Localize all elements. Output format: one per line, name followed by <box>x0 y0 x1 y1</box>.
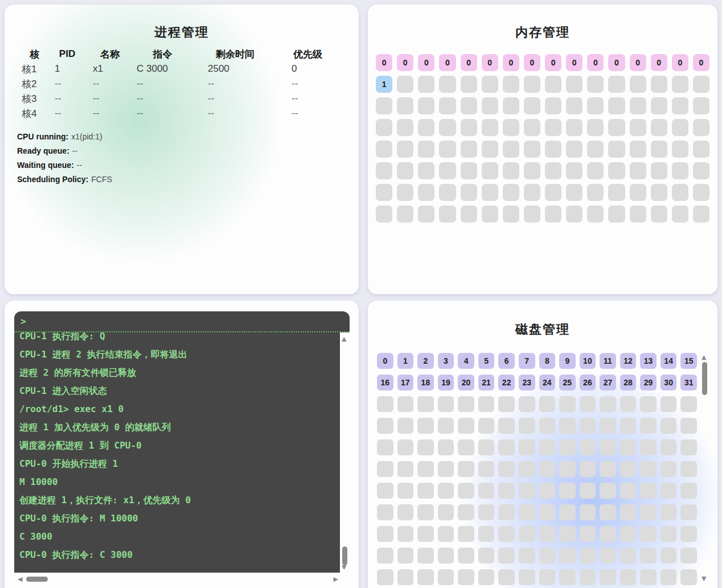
memory-frame-108 <box>630 205 646 223</box>
disk-free-cell <box>438 548 454 564</box>
disk-free-cell <box>580 483 596 499</box>
memory-page-cell-1: 0 <box>397 54 413 71</box>
memory-frame-48 <box>376 141 392 158</box>
memory-page-cell-9: 0 <box>566 54 582 71</box>
disk-free-cell <box>620 461 637 477</box>
process-table-cell: 0 <box>278 61 338 76</box>
disk-free-cell <box>438 483 454 499</box>
disk-free-cell <box>580 504 596 520</box>
disk-free-cell <box>600 439 616 455</box>
disk-free-cell <box>458 439 474 455</box>
memory-page-cell-13: 0 <box>651 54 667 71</box>
disk-free-cell <box>600 483 616 499</box>
memory-grid: 00000000000000001 <box>376 54 709 223</box>
process-table-cell: -- <box>47 106 87 121</box>
scroll-right-icon[interactable]: ▶ <box>334 576 338 582</box>
memory-frame-19 <box>439 97 456 114</box>
disk-block-5: 5 <box>478 353 495 369</box>
process-table: 核PID名称指令剩余时间优先级 核11x1C 300025000核2------… <box>22 47 338 121</box>
memory-frame-86 <box>503 184 519 201</box>
memory-frame-57 <box>566 141 582 158</box>
disk-free-cell <box>438 418 454 434</box>
disk-block-17: 17 <box>397 375 414 390</box>
memory-frame-85 <box>482 184 498 201</box>
disk-free-cell <box>498 548 515 564</box>
memory-frame-54 <box>503 141 519 158</box>
disk-block-18: 18 <box>417 375 434 390</box>
disk-block-27: 27 <box>600 375 616 390</box>
memory-frame-91 <box>608 184 625 201</box>
memory-frame-51 <box>439 141 456 158</box>
process-table-cell: -- <box>278 76 338 91</box>
scroll-down-icon[interactable]: ▼ <box>342 564 346 570</box>
disk-free-cell <box>397 483 414 499</box>
disk-free-cell <box>620 548 637 564</box>
terminal-input[interactable]: > <box>14 311 350 332</box>
memory-frame-58 <box>587 141 604 158</box>
disk-free-cell <box>478 526 495 542</box>
disk-free-cell <box>600 461 616 477</box>
terminal-line: CPU-0 执行指令: C 3000 <box>19 546 340 564</box>
disk-free-cell <box>600 418 616 434</box>
disk-free-cell <box>680 461 697 477</box>
disk-block-21: 21 <box>478 375 495 390</box>
disk-free-cell <box>478 569 495 585</box>
memory-frame-94 <box>672 184 688 201</box>
disk-block-19: 19 <box>438 375 454 390</box>
memory-frame-2 <box>418 76 434 93</box>
disk-vertical-scrollbar[interactable]: ▲ ▼ <box>700 353 709 582</box>
disk-free-cell <box>600 548 616 564</box>
scroll-up-icon[interactable]: ▲ <box>342 336 346 342</box>
disk-free-cell <box>580 396 596 412</box>
process-table-cell: 1 <box>47 61 87 76</box>
disk-block-30: 30 <box>661 375 677 390</box>
disk-free-cell <box>498 396 515 412</box>
disk-free-cell <box>680 439 697 455</box>
disk-free-cell <box>661 418 677 434</box>
process-table-cell: -- <box>133 106 192 121</box>
disk-free-cell <box>661 439 677 455</box>
memory-frame-10 <box>587 76 604 93</box>
memory-frame-68 <box>461 162 477 179</box>
disk-free-cell <box>397 526 414 542</box>
status-value: -- <box>77 161 82 170</box>
scroll-down-icon[interactable]: ▼ <box>702 575 706 582</box>
disk-free-cell <box>680 504 697 520</box>
scrollbar-thumb[interactable] <box>342 546 347 565</box>
memory-frame-100 <box>461 205 477 223</box>
disk-free-cell <box>559 569 576 585</box>
scroll-up-icon[interactable]: ▲ <box>702 354 706 360</box>
scrollbar-thumb[interactable] <box>702 362 707 395</box>
disk-free-cell <box>478 439 495 455</box>
disk-free-cell <box>661 461 677 477</box>
memory-page-cell-6: 0 <box>503 54 519 71</box>
disk-free-cell <box>559 526 576 542</box>
disk-block-6: 6 <box>498 353 515 369</box>
disk-free-cell <box>498 569 515 585</box>
disk-free-cell <box>580 439 596 455</box>
disk-free-cell <box>498 504 515 520</box>
memory-frame-38 <box>503 119 519 136</box>
disk-free-cell <box>600 569 616 585</box>
process-table-header: 核 <box>22 47 47 61</box>
scrollbar-thumb[interactable] <box>26 577 48 582</box>
terminal-horizontal-scrollbar[interactable]: ◀ ▶ <box>14 573 350 585</box>
disk-free-cell <box>640 418 657 434</box>
scroll-left-icon[interactable]: ◀ <box>18 576 22 582</box>
disk-free-cell <box>458 548 474 564</box>
memory-frame-17 <box>397 97 413 114</box>
disk-free-cell <box>640 569 657 585</box>
memory-frame-16 <box>376 97 392 114</box>
terminal-vertical-scrollbar[interactable]: ▲ ▼ <box>340 332 350 573</box>
disk-free-cell <box>397 504 414 520</box>
disk-free-cell <box>397 418 414 434</box>
memory-frame-87 <box>524 184 540 201</box>
memory-frame-89 <box>566 184 582 201</box>
disk-free-cell <box>458 418 474 434</box>
disk-free-cell <box>377 548 393 564</box>
terminal-line: CPU-1 执行指令: Q <box>19 332 340 346</box>
memory-frame-14 <box>672 76 688 93</box>
memory-frame-90 <box>587 184 604 201</box>
disk-free-cell <box>397 569 414 585</box>
terminal-output[interactable]: CPU-1 执行指令: QCPU-1 进程 2 执行结束指令，即将退出进程 2 … <box>14 332 340 573</box>
